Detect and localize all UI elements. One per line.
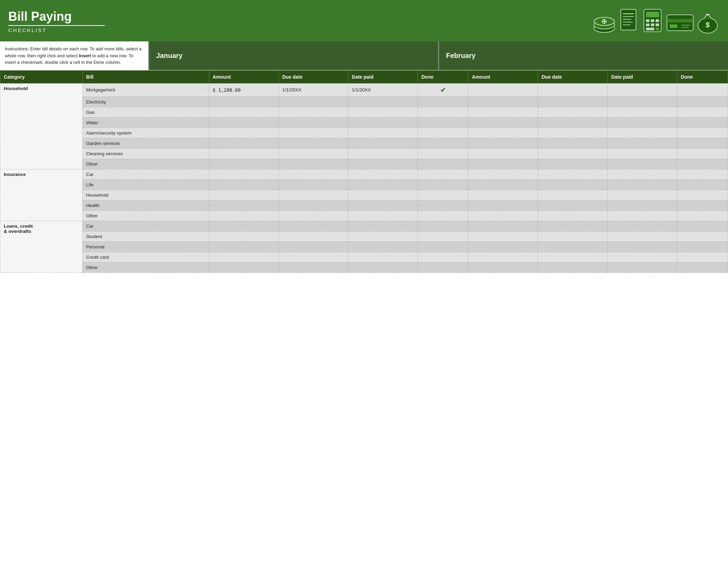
jan-done-cell[interactable]: ✔ bbox=[418, 83, 468, 97]
jan-done-cell[interactable] bbox=[418, 107, 468, 117]
jan-duedate-cell[interactable] bbox=[279, 262, 348, 273]
jan-duedate-cell[interactable] bbox=[279, 148, 348, 159]
jan-datepaid-cell[interactable] bbox=[348, 252, 418, 262]
feb-done-cell[interactable] bbox=[677, 262, 728, 273]
feb-duedate-cell[interactable] bbox=[538, 138, 608, 148]
feb-datepaid-cell[interactable] bbox=[608, 231, 677, 241]
bill-cell[interactable]: Life bbox=[82, 179, 209, 190]
jan-amount-cell[interactable] bbox=[209, 97, 279, 107]
jan-done-cell[interactable] bbox=[418, 262, 468, 273]
jan-done-cell[interactable] bbox=[418, 241, 468, 252]
feb-duedate-cell[interactable] bbox=[538, 231, 608, 241]
jan-amount-cell[interactable] bbox=[209, 148, 279, 159]
jan-done-cell[interactable] bbox=[418, 190, 468, 200]
jan-done-cell[interactable] bbox=[418, 221, 468, 231]
jan-duedate-cell[interactable] bbox=[279, 241, 348, 252]
feb-amount-cell[interactable] bbox=[468, 210, 538, 221]
feb-datepaid-cell[interactable] bbox=[608, 138, 677, 148]
jan-amount-cell[interactable] bbox=[209, 200, 279, 210]
feb-duedate-cell[interactable] bbox=[538, 210, 608, 221]
jan-datepaid-cell[interactable] bbox=[348, 107, 418, 117]
jan-datepaid-cell[interactable] bbox=[348, 210, 418, 221]
bill-cell[interactable]: Mortgage/rent bbox=[82, 83, 209, 97]
jan-datepaid-cell[interactable] bbox=[348, 159, 418, 169]
feb-datepaid-cell[interactable] bbox=[608, 210, 677, 221]
feb-datepaid-cell[interactable] bbox=[608, 179, 677, 190]
jan-datepaid-cell[interactable]: 1/1/20XX bbox=[348, 83, 418, 97]
feb-amount-cell[interactable] bbox=[468, 138, 538, 148]
bill-cell[interactable]: Other bbox=[82, 159, 209, 169]
feb-duedate-cell[interactable] bbox=[538, 200, 608, 210]
feb-duedate-cell[interactable] bbox=[538, 97, 608, 107]
jan-duedate-cell[interactable] bbox=[279, 97, 348, 107]
jan-duedate-cell[interactable] bbox=[279, 200, 348, 210]
feb-duedate-cell[interactable] bbox=[538, 190, 608, 200]
feb-amount-cell[interactable] bbox=[468, 159, 538, 169]
jan-datepaid-cell[interactable] bbox=[348, 97, 418, 107]
feb-amount-cell[interactable] bbox=[468, 117, 538, 128]
jan-datepaid-cell[interactable] bbox=[348, 138, 418, 148]
feb-datepaid-cell[interactable] bbox=[608, 221, 677, 231]
jan-done-cell[interactable] bbox=[418, 169, 468, 179]
category-cell[interactable]: Insurance bbox=[0, 169, 83, 221]
feb-done-cell[interactable] bbox=[677, 128, 728, 138]
feb-amount-cell[interactable] bbox=[468, 107, 538, 117]
feb-datepaid-cell[interactable] bbox=[608, 159, 677, 169]
jan-done-cell[interactable] bbox=[418, 200, 468, 210]
jan-done-cell[interactable] bbox=[418, 148, 468, 159]
jan-datepaid-cell[interactable] bbox=[348, 200, 418, 210]
feb-datepaid-cell[interactable] bbox=[608, 190, 677, 200]
jan-amount-cell[interactable] bbox=[209, 179, 279, 190]
feb-done-cell[interactable] bbox=[677, 221, 728, 231]
jan-amount-cell[interactable] bbox=[209, 252, 279, 262]
jan-amount-cell[interactable] bbox=[209, 117, 279, 128]
jan-duedate-cell[interactable] bbox=[279, 138, 348, 148]
feb-datepaid-cell[interactable] bbox=[608, 262, 677, 273]
jan-duedate-cell[interactable]: 1/1/20XX bbox=[279, 83, 348, 97]
feb-amount-cell[interactable] bbox=[468, 169, 538, 179]
bill-cell[interactable]: Student bbox=[82, 231, 209, 241]
bill-cell[interactable]: Cleaning services bbox=[82, 148, 209, 159]
jan-datepaid-cell[interactable] bbox=[348, 221, 418, 231]
feb-done-cell[interactable] bbox=[677, 200, 728, 210]
jan-amount-cell[interactable] bbox=[209, 231, 279, 241]
feb-duedate-cell[interactable] bbox=[538, 262, 608, 273]
jan-done-cell[interactable] bbox=[418, 231, 468, 241]
jan-duedate-cell[interactable] bbox=[279, 252, 348, 262]
jan-datepaid-cell[interactable] bbox=[348, 148, 418, 159]
feb-duedate-cell[interactable] bbox=[538, 83, 608, 97]
bill-cell[interactable]: Gas bbox=[82, 107, 209, 117]
bill-cell[interactable]: Garden services bbox=[82, 138, 209, 148]
bill-cell[interactable]: Car bbox=[82, 221, 209, 231]
jan-amount-cell[interactable]: $ 1,200.00 bbox=[209, 83, 279, 97]
jan-amount-cell[interactable] bbox=[209, 128, 279, 138]
bill-cell[interactable]: Other bbox=[82, 262, 209, 273]
feb-amount-cell[interactable] bbox=[468, 148, 538, 159]
jan-datepaid-cell[interactable] bbox=[348, 169, 418, 179]
jan-datepaid-cell[interactable] bbox=[348, 190, 418, 200]
feb-done-cell[interactable] bbox=[677, 97, 728, 107]
jan-amount-cell[interactable] bbox=[209, 241, 279, 252]
feb-done-cell[interactable] bbox=[677, 190, 728, 200]
feb-done-cell[interactable] bbox=[677, 148, 728, 159]
jan-amount-cell[interactable] bbox=[209, 210, 279, 221]
jan-done-cell[interactable] bbox=[418, 159, 468, 169]
feb-datepaid-cell[interactable] bbox=[608, 200, 677, 210]
feb-amount-cell[interactable] bbox=[468, 262, 538, 273]
feb-done-cell[interactable] bbox=[677, 169, 728, 179]
feb-duedate-cell[interactable] bbox=[538, 241, 608, 252]
jan-datepaid-cell[interactable] bbox=[348, 179, 418, 190]
bill-cell[interactable]: Household bbox=[82, 190, 209, 200]
feb-datepaid-cell[interactable] bbox=[608, 241, 677, 252]
feb-duedate-cell[interactable] bbox=[538, 252, 608, 262]
feb-amount-cell[interactable] bbox=[468, 221, 538, 231]
jan-duedate-cell[interactable] bbox=[279, 159, 348, 169]
feb-duedate-cell[interactable] bbox=[538, 117, 608, 128]
bill-cell[interactable]: Other bbox=[82, 210, 209, 221]
feb-datepaid-cell[interactable] bbox=[608, 148, 677, 159]
jan-duedate-cell[interactable] bbox=[279, 117, 348, 128]
jan-datepaid-cell[interactable] bbox=[348, 262, 418, 273]
jan-amount-cell[interactable] bbox=[209, 221, 279, 231]
jan-amount-cell[interactable] bbox=[209, 262, 279, 273]
feb-amount-cell[interactable] bbox=[468, 200, 538, 210]
